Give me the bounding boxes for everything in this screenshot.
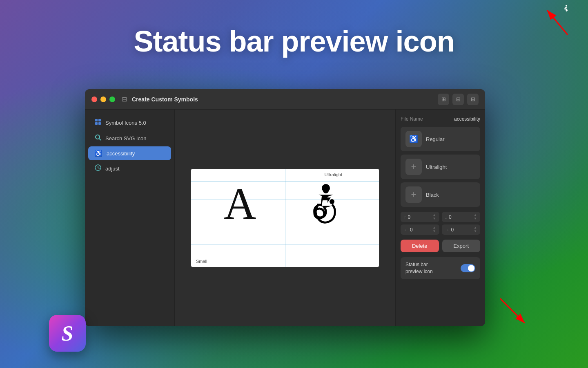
app-icon-letter: S bbox=[62, 321, 74, 346]
minimize-button[interactable] bbox=[100, 96, 106, 102]
svg-point-11 bbox=[330, 199, 334, 204]
close-button[interactable] bbox=[91, 96, 97, 102]
weight-icon-ultralight: + bbox=[405, 159, 422, 175]
app-window: ⊟ Create Custom Symbols ⊞ ⊟ ⊞ Sy bbox=[85, 89, 485, 326]
spacing-left-stepper[interactable]: ▲▼ bbox=[433, 226, 436, 233]
page-title: Status bar preview icon bbox=[0, 25, 588, 58]
spacing-down[interactable]: ↓ 0 ▲▼ bbox=[442, 212, 481, 222]
spacing-controls: ↑ 0 ▲▼ ↓ 0 ▲▼ ← 0 ▲▼ bbox=[401, 212, 480, 235]
statusbar-toggle-row: Status barpreview icon bbox=[401, 257, 480, 279]
weight-label-regular: Regular bbox=[426, 136, 445, 142]
spacing-right-value: 0 bbox=[451, 227, 472, 233]
view-icon[interactable]: ⊟ bbox=[452, 94, 464, 105]
svg-point-12 bbox=[323, 188, 329, 193]
sidebar-label-adjust: adjust bbox=[105, 166, 120, 172]
action-row: Delete Export bbox=[401, 240, 480, 252]
statusbar-toggle-label: Status barpreview icon bbox=[405, 261, 433, 275]
symbol-canvas: Ultralight A bbox=[191, 169, 379, 267]
sidebar-label-accessibility: accessibility bbox=[107, 150, 135, 157]
window-content: Symbol Icons 5.0 Search SVG Icon ♿ acces… bbox=[85, 110, 485, 326]
delete-button[interactable]: Delete bbox=[401, 240, 439, 252]
toggle-knob bbox=[468, 265, 474, 272]
weight-item-ultralight[interactable]: + Ultralight bbox=[401, 155, 480, 179]
canvas-area: Ultralight A bbox=[175, 110, 395, 326]
spacing-down-stepper[interactable]: ▲▼ bbox=[474, 213, 477, 220]
spacing-right[interactable]: → 0 ▲▼ bbox=[442, 224, 481, 235]
annotation-arrow-top bbox=[539, 2, 576, 39]
export-button[interactable]: Export bbox=[442, 240, 481, 252]
guide-line-v1 bbox=[285, 169, 285, 267]
app-dock-icon[interactable]: S bbox=[49, 315, 86, 352]
sidebar-item-accessibility[interactable]: ♿ accessibility bbox=[88, 146, 171, 160]
right-panel: File Name accessibility ♿ Regular + Ultr… bbox=[395, 110, 485, 326]
weight-icon-regular: ♿ bbox=[405, 131, 422, 147]
symbol-accessibility bbox=[305, 183, 346, 236]
down-arrow-icon: ↓ bbox=[445, 215, 448, 220]
sidebar-item-symbol-icons[interactable]: Symbol Icons 5.0 bbox=[88, 115, 171, 130]
svg-line-2 bbox=[547, 10, 568, 35]
sidebar-toggle-icon[interactable]: ⊟ bbox=[122, 95, 127, 103]
file-name-row: File Name accessibility bbox=[401, 114, 480, 123]
symbol-a: A bbox=[224, 181, 256, 226]
sidebar-label-search-svg: Search SVG Icon bbox=[105, 135, 146, 141]
right-arrow-icon: → bbox=[445, 227, 450, 232]
sidebar-label-symbol-icons: Symbol Icons 5.0 bbox=[105, 120, 146, 126]
spacing-left-value: 0 bbox=[410, 227, 431, 233]
svg-rect-6 bbox=[98, 122, 101, 125]
spacing-up-stepper[interactable]: ▲▼ bbox=[433, 213, 436, 220]
spacing-up-value: 0 bbox=[408, 214, 431, 220]
svg-rect-3 bbox=[95, 119, 98, 121]
svg-rect-5 bbox=[95, 122, 98, 125]
search-icon bbox=[95, 134, 101, 142]
weight-item-regular[interactable]: ♿ Regular bbox=[401, 127, 480, 151]
annotation-arrow-bottom bbox=[498, 296, 531, 329]
svg-line-15 bbox=[500, 298, 525, 323]
traffic-lights bbox=[91, 96, 115, 102]
statusbar-toggle[interactable] bbox=[461, 264, 475, 272]
titlebar-actions: ⊞ ⊟ ⊞ bbox=[438, 94, 479, 105]
sidebar: Symbol Icons 5.0 Search SVG Icon ♿ acces… bbox=[85, 110, 175, 326]
file-name-value: accessibility bbox=[454, 116, 480, 122]
svg-rect-4 bbox=[98, 119, 101, 121]
sidebar-item-search-svg[interactable]: Search SVG Icon bbox=[88, 131, 171, 146]
weight-label-ultralight: Ultralight bbox=[426, 164, 447, 170]
spacing-down-value: 0 bbox=[449, 214, 472, 220]
file-name-label: File Name bbox=[401, 116, 423, 122]
sidebar-item-adjust[interactable]: adjust bbox=[88, 161, 171, 176]
svg-line-8 bbox=[99, 139, 101, 140]
canvas-label-ultralight: Ultralight bbox=[325, 172, 342, 177]
spacing-left[interactable]: ← 0 ▲▼ bbox=[401, 224, 439, 235]
canvas-label-small: Small bbox=[196, 259, 207, 264]
weight-label-black: Black bbox=[426, 192, 439, 198]
titlebar: ⊟ Create Custom Symbols ⊞ ⊟ ⊞ bbox=[85, 89, 485, 110]
spacing-up[interactable]: ↑ 0 ▲▼ bbox=[401, 212, 439, 222]
accessibility-icon: ♿ bbox=[95, 150, 102, 157]
left-arrow-icon: ← bbox=[404, 227, 408, 232]
svg-point-7 bbox=[96, 135, 100, 139]
weight-icon-black: + bbox=[405, 186, 422, 203]
expand-icon[interactable]: ⊞ bbox=[438, 94, 449, 105]
grid-icon bbox=[95, 119, 101, 127]
adjust-icon bbox=[95, 164, 101, 173]
spacing-right-stepper[interactable]: ▲▼ bbox=[474, 226, 477, 233]
up-arrow-icon: ↑ bbox=[404, 215, 406, 220]
grid-view-icon[interactable]: ⊞ bbox=[467, 94, 479, 105]
weight-item-black[interactable]: + Black bbox=[401, 182, 480, 207]
window-title: Create Custom Symbols bbox=[132, 96, 438, 103]
maximize-button[interactable] bbox=[109, 96, 115, 102]
